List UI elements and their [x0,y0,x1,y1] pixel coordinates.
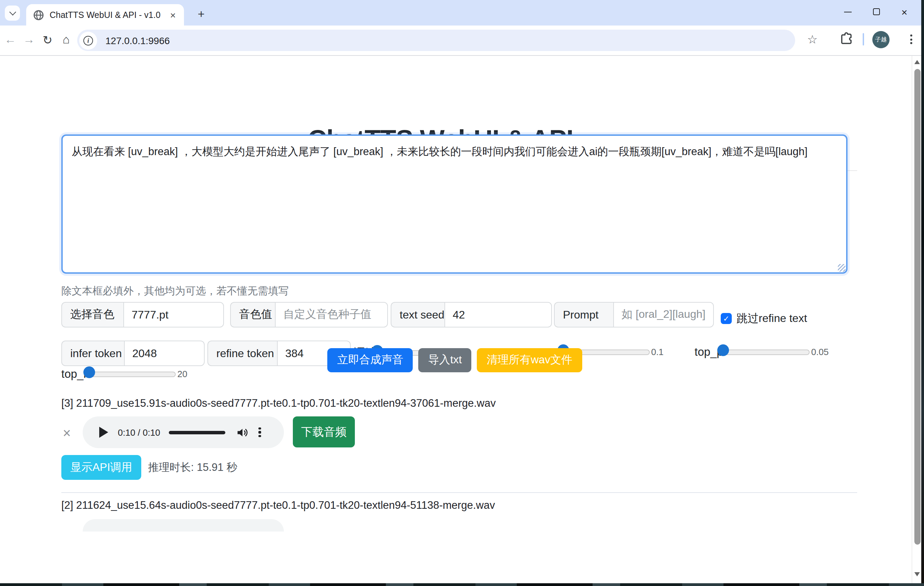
minimize-icon [844,12,851,12]
checkmark-icon: ✓ [723,314,729,323]
clear-wav-button[interactable]: 清理所有wav文件 [477,348,582,372]
text-seed-group: text seed 42 [391,302,552,328]
tab-title: ChatTTS WebUI & API - v1.0 [50,10,163,20]
player-progress-bar[interactable] [169,430,226,434]
skip-refine-checkbox[interactable]: ✓ [721,313,732,324]
page-scrollbar[interactable] [912,56,921,583]
skip-refine-label[interactable]: 跳过refine text [737,311,807,326]
voice-select[interactable]: 7777.pt [123,302,224,328]
maximize-icon [873,8,879,15]
show-api-button[interactable]: 显示API调用 [61,455,141,480]
text-seed-input[interactable]: 42 [444,302,552,328]
voice-seed-input[interactable]: 自定义音色种子值 [275,302,388,328]
browser-menu-icon[interactable] [903,32,919,47]
textarea-resize-handle[interactable] [838,264,845,271]
home-button[interactable]: ⌂ [56,30,76,50]
forward-button[interactable]: → [19,30,39,50]
synthesize-button[interactable]: 立即合成声音 [328,348,413,372]
info-icon: i [83,35,93,45]
prompt-group: Prompt 如 [oral_2][laugh] [554,302,714,328]
url-bar[interactable]: i 127.0.0.1:9966 [77,30,795,51]
import-txt-button[interactable]: 导入txt [419,348,472,372]
maximize-button[interactable] [862,0,890,23]
extensions-icon[interactable] [839,32,855,47]
globe-icon [33,9,44,20]
voice-seed-group: 音色值 自定义音色种子值 [230,302,388,328]
results-divider [61,492,857,493]
reload-button[interactable]: ↻ [38,30,57,50]
audio-player-partial[interactable] [82,519,284,531]
voice-select-group: 选择音色 7777.pt [61,302,224,328]
remove-result-icon[interactable]: × [59,425,74,440]
tts-text-input[interactable]: 从现在看来 [uv_break] ，大模型大约是开始进入尾声了 [uv_brea… [61,134,848,274]
page-content: ChatTTS WebUI & API(v1.0) 从现在看来 [uv_brea… [0,56,921,583]
player-menu-icon[interactable] [259,427,261,437]
url-text: 127.0.0.1:9966 [106,35,170,46]
browser-tab[interactable]: ChatTTS WebUI & API - v1.0 × [26,4,184,25]
bookmark-star-icon[interactable]: ☆ [804,30,821,48]
scroll-up-icon[interactable] [914,60,920,64]
tab-search-button[interactable] [5,5,20,21]
desktop-edge-bottom [0,583,924,586]
browser-window: ChatTTS WebUI & API - v1.0 × + × ← → ↻ ⌂… [0,0,924,586]
volume-icon[interactable] [236,426,249,439]
scrollbar-thumb[interactable] [914,69,920,545]
new-tab-button[interactable]: + [193,6,210,23]
scroll-down-icon[interactable] [914,572,920,576]
result-filename: [3] 211709_use15.91s-audio0s-seed7777.pt… [61,397,496,409]
close-button[interactable]: × [890,0,919,23]
helper-text: 除文本框必填外，其他均为可选，若不懂无需填写 [61,285,289,298]
tab-close-icon[interactable]: × [167,9,178,20]
download-audio-button[interactable]: 下载音频 [293,416,355,447]
action-button-row: 立即合成声音 导入txt 清理所有wav文件 [0,348,909,372]
toolbar-divider [863,33,864,45]
result-filename: [2] 211624_use15.64s-audio0s-seed7777.pt… [61,499,495,512]
prompt-input[interactable]: 如 [oral_2][laugh] [613,302,714,328]
voice-select-label: 选择音色 [61,302,123,328]
window-controls: × [834,0,919,23]
audio-player[interactable]: 0:10 / 0:10 [82,416,284,448]
back-button[interactable]: ← [1,30,20,50]
site-info-button[interactable]: i [79,31,97,49]
tab-strip: ChatTTS WebUI & API - v1.0 × + × [0,0,921,25]
minimize-button[interactable] [834,0,862,23]
desktop-edge-right [921,0,924,586]
play-icon[interactable] [99,427,108,438]
close-icon: × [901,7,908,17]
profile-avatar[interactable]: 子越 [872,31,889,48]
inference-duration: 推理时长: 15.91 秒 [148,460,237,475]
text-seed-label: text seed [391,302,444,328]
player-time: 0:10 / 0:10 [118,427,160,437]
chevron-down-icon [9,8,16,15]
prompt-label: Prompt [554,302,613,328]
voice-seed-label: 音色值 [230,302,275,328]
